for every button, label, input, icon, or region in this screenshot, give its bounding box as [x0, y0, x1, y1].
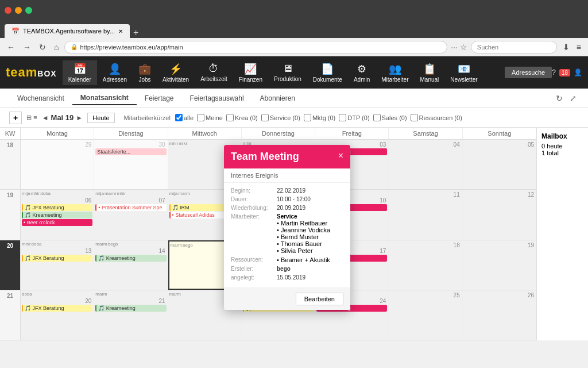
url-text: https://preview.teambox.eu/app/main [80, 44, 183, 51]
col-dienstag: Dienstag [94, 128, 168, 139]
day-cell[interactable]: 18 [389, 240, 462, 290]
filter-mktg[interactable]: Mktg (0) [304, 114, 335, 121]
event-jfx-beratung-w21[interactable]: 🎵 JFX Beratung [22, 305, 92, 312]
refresh-calendar-button[interactable]: ↻ [554, 93, 565, 104]
back-button[interactable]: ← [5, 41, 17, 53]
url-bar[interactable]: 🔒 https://preview.teambox.eu/app/main [64, 41, 447, 53]
popup-label-beginn: Beginn: [231, 187, 277, 194]
nav-aktivitaeten[interactable]: ⚡ Aktivitäten [157, 60, 195, 85]
avatar-marm: marm [178, 191, 189, 196]
filter-sales[interactable]: Sales (0) [373, 114, 407, 121]
nav-kalender[interactable]: 📅 Kalender [63, 60, 97, 85]
popup-value-dauer: 10:00 - 12:00 [277, 196, 311, 202]
day-cell[interactable]: marm 21 🎵 Kreameeting [94, 290, 168, 340]
employee-list: Martin Reitbauer Jeannine Vodicka Bernd … [277, 220, 330, 254]
notification-badge[interactable]: 18 [559, 69, 570, 76]
browser-search-input[interactable] [471, 41, 557, 53]
day-cell[interactable]: doba 20 🎵 JFX Beratung [21, 290, 94, 340]
help-icon[interactable]: ? [552, 68, 556, 76]
wochenansicht-button[interactable]: Wochenansicht [9, 92, 72, 105]
avatar-miki: miki [179, 141, 187, 146]
newsletter-icon: 📧 [458, 63, 470, 75]
avatar-doba: doba [40, 191, 51, 196]
nav-jobs[interactable]: 💼 Jobs [133, 60, 157, 85]
browser-chrome [0, 0, 588, 21]
feiertage-button[interactable]: Feiertage [137, 92, 182, 105]
avatar-marm: marm [95, 241, 107, 247]
addr-search-button[interactable]: Adressuche [505, 67, 552, 78]
popup-close-button[interactable]: × [338, 151, 343, 161]
mailbox-total: 1 total [541, 150, 583, 156]
filter-dtp[interactable]: DTP (0) [339, 114, 369, 121]
nav-dokumente[interactable]: 📄 Dokumente [307, 60, 348, 85]
new-tab-button[interactable]: + [130, 28, 142, 38]
event-beer-oclock[interactable]: • Beer o'clock [22, 219, 92, 226]
monatsansicht-button[interactable]: Monatsansicht [72, 91, 137, 105]
filter-ressourcen[interactable]: Ressourcen (0) [411, 114, 462, 121]
nav-finanzen[interactable]: 📈 Finanzen [233, 60, 268, 85]
today-button[interactable]: Heute [87, 113, 114, 123]
mitarbeiter-department: Service [277, 213, 330, 220]
prev-month-button[interactable]: ◄ [42, 114, 49, 122]
tab-close-icon[interactable]: ✕ [118, 28, 123, 34]
event-jfx-beratung-w20[interactable]: 🎵 JFX Beratung [22, 255, 92, 262]
day-cell[interactable]: 25 [389, 290, 462, 340]
popup-value-mitarbeiter: Service Martin Reitbauer Jeannine Vodick… [277, 213, 330, 254]
nav-mitarbeiter[interactable]: 👥 Mitarbeiter [376, 60, 414, 85]
nav-manual[interactable]: 📋 Manual [415, 60, 445, 85]
day-cell[interactable]: 11 [389, 190, 462, 239]
download-button[interactable]: ⬇ [560, 41, 572, 53]
menu-button[interactable]: ≡ [574, 41, 583, 53]
event-kreameeting-w21[interactable]: 🎵 Kreameeting [95, 305, 166, 312]
abonnieren-button[interactable]: Abonnieren [252, 92, 303, 105]
event-jfx-beratung-w19[interactable]: 🎵 JFX Beratung [22, 204, 92, 211]
filter-meine[interactable]: Meine [197, 114, 223, 121]
event-staatsfeiertag[interactable]: Staatsfeierte... [95, 148, 166, 155]
refresh-button[interactable]: ↻ [37, 41, 48, 53]
day-cell[interactable]: marm bego 14 🎵 Kreameeting [94, 240, 168, 290]
mitarbeiter-icon: 👥 [389, 63, 401, 75]
filter-service[interactable]: Service (0) [261, 114, 300, 121]
next-month-button[interactable]: ► [76, 114, 83, 122]
day-number: 04 [390, 141, 461, 148]
event-kreameeting-w20[interactable]: 🎵 Kreameeting [95, 255, 166, 262]
jobs-icon: 💼 [138, 63, 151, 75]
app-logo: teamBOX [6, 65, 57, 80]
event-praesentation[interactable]: • Präsentation Summer Spe [95, 204, 166, 211]
col-sonntag: Sonntag [463, 128, 536, 139]
produktion-icon: 🖥 [283, 63, 293, 75]
nav-newsletter[interactable]: 📧 Newsletter [444, 60, 483, 85]
header-right: ? 18 👤 [552, 68, 582, 76]
nav-admin[interactable]: ⚙ Admin [348, 60, 376, 85]
active-tab[interactable]: 📅 TEAMBOX.Agentursoftware by... ✕ [5, 24, 130, 38]
day-cell[interactable]: 30 Staatsfeierte... [94, 140, 168, 189]
add-event-button[interactable]: + [9, 112, 22, 124]
day-cell[interactable]: 12 [463, 190, 536, 239]
employee-label: Mitarbeiterkürzel [124, 114, 171, 121]
day-cell[interactable]: 29 [21, 140, 94, 189]
day-cell[interactable]: mija mhir doba 06 🎵 JFX Beratung 🎵 Kream… [21, 190, 94, 239]
day-avatars: mija mhir doba [22, 191, 92, 196]
nav-produktion[interactable]: 🖥 Produktion [268, 60, 307, 85]
day-cell[interactable]: 19 [463, 240, 536, 290]
forward-button[interactable]: → [21, 41, 33, 53]
day-cell[interactable]: 04 [389, 140, 462, 189]
nav-arbeitszeit[interactable]: ⏱ Arbeitszeit [195, 60, 233, 85]
day-cell[interactable]: mija marm mhir 07 • Präsentation Summer … [94, 190, 168, 239]
home-button[interactable]: ⌂ [52, 41, 61, 53]
browser-action-buttons: ⬇ ≡ [560, 41, 583, 53]
day-cell[interactable]: mhir doba 13 🎵 JFX Beratung [21, 240, 94, 290]
day-avatars: mija marm mhir [95, 191, 166, 196]
feiertagsauswahl-button[interactable]: Feiertagsauswahl [182, 92, 252, 105]
app-header: teamBOX 📅 Kalender 👤 Adressen 💼 Jobs ⚡ A… [0, 56, 588, 89]
event-kreameeting-w19[interactable]: 🎵 Kreameeting [22, 212, 92, 218]
bearbeiten-button[interactable]: Bearbeiten [296, 293, 343, 305]
nav-adressen[interactable]: 👤 Adressen [97, 60, 133, 85]
user-icon[interactable]: 👤 [574, 68, 582, 76]
day-cell[interactable]: 05 [463, 140, 536, 189]
day-avatars: marm bego [95, 241, 166, 247]
day-cell[interactable]: 26 [463, 290, 536, 340]
filter-alle[interactable]: alle [175, 114, 194, 121]
filter-krea[interactable]: Krea (0) [226, 114, 258, 121]
expand-button[interactable]: ⤢ [567, 93, 579, 104]
